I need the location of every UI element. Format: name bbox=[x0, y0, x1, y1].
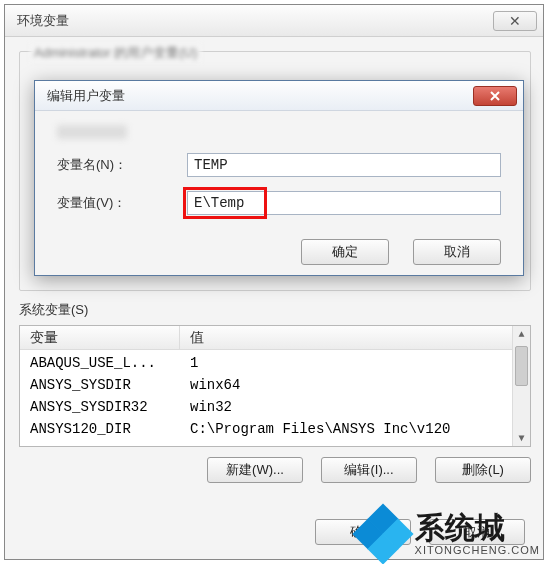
close-icon bbox=[489, 90, 501, 102]
new-button[interactable]: 新建(W)... bbox=[207, 457, 303, 483]
table-row[interactable]: ANSYS120_DIR C:\Program Files\ANSYS Inc\… bbox=[20, 418, 530, 440]
outer-bottom-buttons: 确定 取消 bbox=[315, 519, 525, 545]
cell-value: 1 bbox=[180, 355, 530, 371]
user-vars-group-label: Administrator 的用户变量(U) bbox=[30, 44, 201, 62]
outer-window-title: 环境变量 bbox=[17, 12, 69, 30]
outer-titlebar: 环境变量 ✕ bbox=[5, 5, 543, 37]
cell-name: ANSYS_SYSDIR bbox=[20, 377, 180, 393]
outer-title-blur bbox=[99, 13, 104, 28]
modal-blur-line bbox=[57, 125, 127, 139]
var-value-label: 变量值(V)： bbox=[57, 194, 187, 212]
scroll-thumb[interactable] bbox=[515, 346, 528, 386]
var-value-input[interactable] bbox=[187, 191, 501, 215]
modal-ok-button[interactable]: 确定 bbox=[301, 239, 389, 265]
scroll-down-icon[interactable]: ▼ bbox=[513, 430, 530, 446]
var-name-row: 变量名(N)： bbox=[57, 153, 501, 177]
modal-titlebar[interactable]: 编辑用户变量 bbox=[35, 81, 523, 111]
edit-button[interactable]: 编辑(I)... bbox=[321, 457, 417, 483]
cell-name: ANSYS_SYSDIR32 bbox=[20, 399, 180, 415]
modal-body: 变量名(N)： 变量值(V)： bbox=[35, 111, 523, 239]
table-row[interactable]: ABAQUS_USE_L... 1 bbox=[20, 352, 530, 374]
system-vars-buttons: 新建(W)... 编辑(I)... 删除(L) bbox=[19, 457, 531, 483]
modal-close-button[interactable] bbox=[473, 86, 517, 106]
outer-close-button[interactable]: ✕ bbox=[493, 11, 537, 31]
system-vars-list[interactable]: 变量 值 ABAQUS_USE_L... 1 ANSYS_SYSDIR winx… bbox=[19, 325, 531, 447]
close-icon: ✕ bbox=[509, 13, 521, 29]
col-header-name[interactable]: 变量 bbox=[20, 326, 180, 349]
cell-value: winx64 bbox=[180, 377, 530, 393]
modal-title: 编辑用户变量 bbox=[47, 87, 125, 105]
cell-name: ANSYS120_DIR bbox=[20, 421, 180, 437]
table-row[interactable]: ANSYS_SYSDIR winx64 bbox=[20, 374, 530, 396]
modal-buttons: 确定 取消 bbox=[35, 239, 523, 265]
modal-cancel-button[interactable]: 取消 bbox=[413, 239, 501, 265]
cell-value: C:\Program Files\ANSYS Inc\v120 bbox=[180, 421, 530, 437]
var-name-label: 变量名(N)： bbox=[57, 156, 187, 174]
system-vars-rows: ABAQUS_USE_L... 1 ANSYS_SYSDIR winx64 AN… bbox=[20, 350, 530, 442]
system-vars-group: 系统变量(S) 变量 值 ABAQUS_USE_L... 1 ANSYS_SYS… bbox=[19, 301, 531, 501]
var-value-wrap bbox=[187, 191, 501, 215]
edit-user-var-dialog: 编辑用户变量 变量名(N)： 变量值(V)： 确定 取消 bbox=[34, 80, 524, 276]
cell-name: ABAQUS_USE_L... bbox=[20, 355, 180, 371]
system-vars-header: 变量 值 bbox=[20, 326, 530, 350]
outer-cancel-button[interactable]: 取消 bbox=[429, 519, 525, 545]
cell-value: win32 bbox=[180, 399, 530, 415]
outer-ok-button[interactable]: 确定 bbox=[315, 519, 411, 545]
system-vars-scrollbar[interactable]: ▲ ▼ bbox=[512, 326, 530, 446]
delete-button[interactable]: 删除(L) bbox=[435, 457, 531, 483]
col-header-value[interactable]: 值 bbox=[180, 326, 530, 349]
var-name-input[interactable] bbox=[187, 153, 501, 177]
system-vars-label: 系统变量(S) bbox=[19, 301, 531, 319]
scroll-up-icon[interactable]: ▲ bbox=[513, 326, 530, 342]
var-value-row: 变量值(V)： bbox=[57, 191, 501, 215]
table-row[interactable]: ANSYS_SYSDIR32 win32 bbox=[20, 396, 530, 418]
